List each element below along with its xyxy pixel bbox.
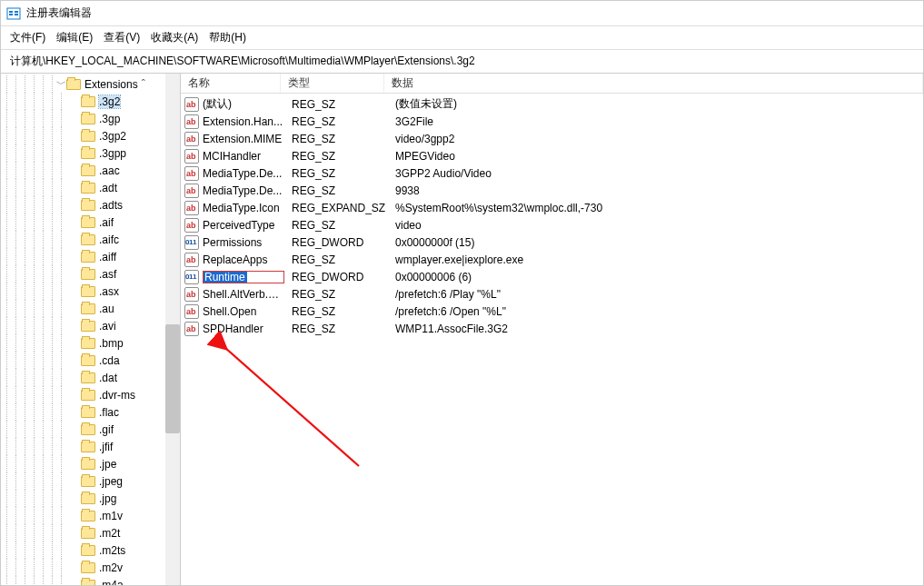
tree-item[interactable]: .m2ts: [1, 541, 180, 559]
value-row[interactable]: Extension.MIMEREG_SZvideo/3gpp2: [181, 130, 923, 147]
tree-item[interactable]: .jpeg: [1, 472, 180, 490]
tree-item[interactable]: .jpg: [1, 490, 180, 507]
value-row[interactable]: PermissionsREG_DWORD0x0000000f (15): [181, 233, 923, 251]
tree-item[interactable]: .bmp: [1, 334, 180, 352]
binary-value-icon: [184, 235, 199, 250]
tree-item[interactable]: .aiff: [1, 248, 180, 265]
string-value-icon: [184, 114, 199, 129]
menu-help[interactable]: 帮助(H): [209, 30, 246, 45]
tree-item-label: .m4a: [99, 579, 124, 586]
folder-icon: [81, 372, 95, 383]
string-value-icon: [184, 184, 199, 198]
folder-icon: [81, 407, 95, 418]
value-name: Extension.Han...: [203, 115, 284, 128]
tree-item[interactable]: .au: [1, 300, 180, 317]
value-row[interactable]: ReplaceAppsREG_SZwmplayer.exe|iexplore.e…: [181, 251, 923, 268]
value-row[interactable]: RuntimeREG_DWORD0x00000006 (6): [181, 268, 923, 285]
tree-item[interactable]: .3gpp: [1, 144, 180, 162]
scrollbar-thumb[interactable]: [165, 324, 180, 433]
tree-item[interactable]: .3g2: [1, 93, 180, 110]
tree-item[interactable]: .cda: [1, 352, 180, 369]
value-row[interactable]: (默认)REG_SZ(数值未设置): [181, 95, 923, 113]
tree-item[interactable]: .3gp: [1, 110, 180, 127]
value-row[interactable]: MediaType.De...REG_SZ3GPP2 Audio/Video: [181, 164, 923, 182]
tree-item-label: .aif: [99, 216, 114, 229]
tree-item-label: .dat: [99, 372, 117, 384]
tree-item[interactable]: .gif: [1, 421, 180, 438]
value-data: WMP11.AssocFile.3G2: [388, 323, 923, 335]
string-value-icon: [184, 218, 199, 233]
folder-icon: [81, 269, 95, 280]
value-type: REG_SZ: [284, 219, 388, 232]
menubar: 文件(F) 编辑(E) 查看(V) 收藏夹(A) 帮助(H): [1, 26, 923, 50]
value-type: REG_SZ: [284, 288, 388, 301]
tree-item[interactable]: .aifc: [1, 231, 180, 248]
value-data: 0x00000006 (6): [388, 271, 923, 283]
chevron-down-icon[interactable]: ﹀: [55, 77, 66, 91]
tree-item[interactable]: .3gp2: [1, 127, 180, 144]
tree-item[interactable]: .flac: [1, 403, 180, 421]
value-row[interactable]: PerceivedTypeREG_SZvideo: [181, 216, 923, 233]
tree-item-label: .asf: [99, 268, 116, 281]
tree-item[interactable]: .avi: [1, 317, 180, 334]
tree-item-label: .avi: [99, 320, 116, 333]
tree-item[interactable]: .jfif: [1, 438, 180, 455]
value-row[interactable]: Shell.AltVerb.C...REG_SZ/prefetch:6 /Pla…: [181, 285, 923, 303]
tree-item-extensions[interactable]: ﹀ Extensions ˆ: [1, 75, 180, 93]
menu-file[interactable]: 文件(F): [10, 30, 45, 45]
menu-view[interactable]: 查看(V): [104, 30, 140, 45]
tree-more-up: ˆ: [142, 78, 145, 91]
tree-item-label: .m2ts: [99, 544, 125, 557]
tree-item[interactable]: .dat: [1, 369, 180, 386]
folder-icon: [81, 442, 95, 452]
value-type: REG_SZ: [284, 133, 388, 145]
folder-icon: [81, 234, 95, 245]
value-row[interactable]: MediaType.IconREG_EXPAND_SZ%SystemRoot%\…: [181, 199, 923, 216]
tree-item[interactable]: .adts: [1, 196, 180, 214]
value-data: (数值未设置): [388, 96, 923, 112]
tree-item[interactable]: .jpe: [1, 455, 180, 472]
address-text: 计算机\HKEY_LOCAL_MACHINE\SOFTWARE\Microsof…: [10, 55, 475, 67]
value-row[interactable]: SPDHandlerREG_SZWMP11.AssocFile.3G2: [181, 320, 923, 337]
value-name: ReplaceApps: [203, 253, 284, 266]
string-value-icon: [184, 201, 199, 215]
menu-edit[interactable]: 编辑(E): [56, 30, 93, 45]
tree-item-label: .au: [99, 303, 114, 315]
tree-item[interactable]: .m4a: [1, 576, 180, 585]
value-name: Extension.MIME: [203, 133, 284, 145]
col-header-name[interactable]: 名称: [181, 74, 281, 93]
string-value-icon: [184, 322, 199, 336]
address-bar[interactable]: 计算机\HKEY_LOCAL_MACHINE\SOFTWARE\Microsof…: [1, 50, 923, 74]
tree-item-label: .3gpp: [99, 147, 126, 160]
tree-item[interactable]: .aac: [1, 162, 180, 179]
tree-item[interactable]: .m2v: [1, 559, 180, 576]
value-row[interactable]: MediaType.De...REG_SZ9938: [181, 182, 923, 199]
col-header-data[interactable]: 数据: [384, 74, 923, 93]
value-row[interactable]: MCIHandlerREG_SZMPEGVideo: [181, 147, 923, 164]
tree-item[interactable]: .m2t: [1, 524, 180, 541]
tree-item[interactable]: .m1v: [1, 507, 180, 524]
tree-item[interactable]: .adt: [1, 179, 180, 196]
menu-favorites[interactable]: 收藏夹(A): [151, 30, 198, 45]
tree-item[interactable]: .asf: [1, 265, 180, 283]
value-name: MediaType.De...: [203, 184, 284, 197]
tree-item[interactable]: .asx: [1, 283, 180, 300]
tree-item-label: .jpeg: [99, 475, 123, 488]
string-value-icon: [184, 287, 199, 302]
col-header-type[interactable]: 类型: [281, 74, 384, 93]
folder-icon: [81, 390, 95, 401]
value-row[interactable]: Extension.Han...REG_SZ3G2File: [181, 113, 923, 130]
value-name: Runtime: [203, 271, 284, 283]
list-body[interactable]: (默认)REG_SZ(数值未设置)Extension.Han...REG_SZ3…: [181, 94, 923, 337]
tree-item[interactable]: .aif: [1, 214, 180, 231]
tree-item[interactable]: .dvr-ms: [1, 386, 180, 403]
tree-item-label: .jpe: [99, 458, 116, 471]
tree-panel[interactable]: ﹀ Extensions ˆ .3g2.3gp.3gp2.3gpp.aac.ad…: [1, 74, 181, 585]
value-name: PerceivedType: [203, 219, 284, 232]
value-data: /prefetch:6 /Play "%L": [388, 288, 923, 301]
tree-item-label: .3g2: [99, 95, 120, 108]
value-row[interactable]: Shell.OpenREG_SZ/prefetch:6 /Open "%L": [181, 303, 923, 320]
tree-item-label: .adt: [99, 182, 117, 194]
scrollbar-track[interactable]: [165, 74, 180, 585]
tree-item-label: .aac: [99, 164, 120, 177]
